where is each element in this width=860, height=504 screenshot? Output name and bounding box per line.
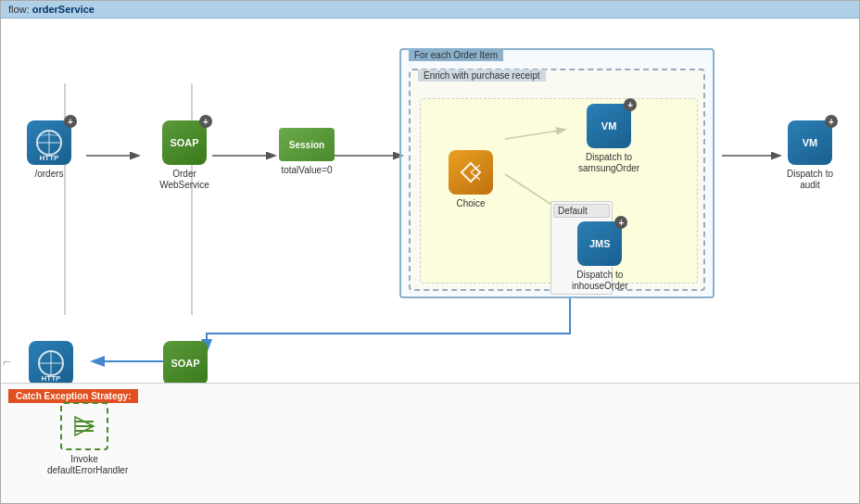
vm-audit-plus[interactable]: + (825, 115, 838, 128)
session-label: totalValue=0 (281, 165, 332, 176)
http-source-plus[interactable]: + (64, 115, 77, 128)
jms-plus[interactable]: + (614, 216, 627, 229)
foreach-container: For each Order Item Enrich with purchase… (399, 48, 715, 298)
error-handler-node[interactable]: InvokedefaultErrorHandler (47, 402, 121, 476)
choice-svg (457, 158, 485, 186)
choice-node[interactable]: Choice (449, 150, 493, 209)
soap-response-icon: SOAP (163, 341, 208, 385)
exception-header: Catch Exception Strategy: (8, 389, 138, 403)
http-response-type: HTTP (29, 374, 73, 383)
vm-audit-text: VM (803, 137, 818, 148)
resize-handle[interactable]: ⌐ (3, 354, 10, 369)
choice-area: Choice + VM Dispatch tosamsungOrder Defa… (420, 98, 698, 284)
foreach-label: For each Order Item (409, 49, 503, 61)
error-handler-label: InvokedefaultErrorHandler (47, 454, 121, 476)
http-response-node[interactable]: HTTP (29, 341, 73, 385)
soap-icon: + SOAP (162, 120, 207, 165)
default-label: Default (553, 204, 610, 218)
enrich-label: Enrich with purchase receipt (418, 69, 546, 82)
enrich-container: Enrich with purchase receipt (409, 69, 705, 291)
jms-node[interactable]: + JMS Dispatch toinhouseOrder (572, 221, 628, 292)
vm-audit-node[interactable]: + VM Dispatch toaudit (787, 120, 833, 191)
lane-line-2 (191, 83, 193, 315)
soap-plus[interactable]: + (199, 115, 212, 128)
soap-node[interactable]: + SOAP Order WebService (147, 120, 221, 191)
soap-label: Order WebService (147, 169, 221, 191)
vm-samsung-icon: + VM (587, 104, 631, 148)
session-node[interactable]: Session totalValue=0 (279, 128, 335, 176)
soap-response-node[interactable]: SOAP (163, 341, 208, 385)
flow-header: flow: orderService (1, 1, 859, 19)
vm-audit-icon: + VM (788, 120, 832, 165)
http-source-node[interactable]: + HTTP /orders (27, 120, 71, 180)
default-container: Default + JMS Dispatch toinhouseOrder (550, 201, 613, 295)
session-text: Session (289, 140, 324, 150)
jms-icon: + JMS (577, 221, 622, 266)
jms-label: Dispatch toinhouseOrder (572, 270, 628, 292)
flow-container: flow: orderService (0, 0, 860, 504)
http-source-type-label: HTTP (27, 154, 71, 162)
soap-text: SOAP (170, 137, 198, 148)
error-handler-icon (60, 402, 108, 450)
vm-samsung-node[interactable]: + VM Dispatch tosamsungOrder (578, 104, 639, 174)
vm-samsung-plus[interactable]: + (624, 98, 637, 111)
http-source-label: /orders (34, 169, 63, 180)
http-response-icon: HTTP (29, 341, 73, 385)
exception-strategy-area: Catch Exception Strategy: InvokedefaultE… (1, 383, 859, 503)
flow-label: flow: (8, 4, 30, 15)
arrow-return-down (207, 296, 570, 350)
vm-samsung-text: VM (601, 120, 617, 132)
http-source-icon: + HTTP (27, 120, 71, 165)
error-handler-svg (70, 412, 98, 440)
flow-name: orderService (32, 4, 95, 15)
session-icon: Session (279, 128, 335, 161)
choice-label: Choice (456, 198, 485, 209)
jms-text: JMS (589, 238, 611, 249)
vm-audit-label: Dispatch toaudit (787, 169, 833, 191)
soap-response-text: SOAP (171, 358, 199, 369)
choice-icon (449, 150, 493, 195)
vm-samsung-label: Dispatch tosamsungOrder (578, 152, 639, 174)
main-flow-area: + HTTP /orders + SOAP Order WebService (1, 19, 859, 371)
